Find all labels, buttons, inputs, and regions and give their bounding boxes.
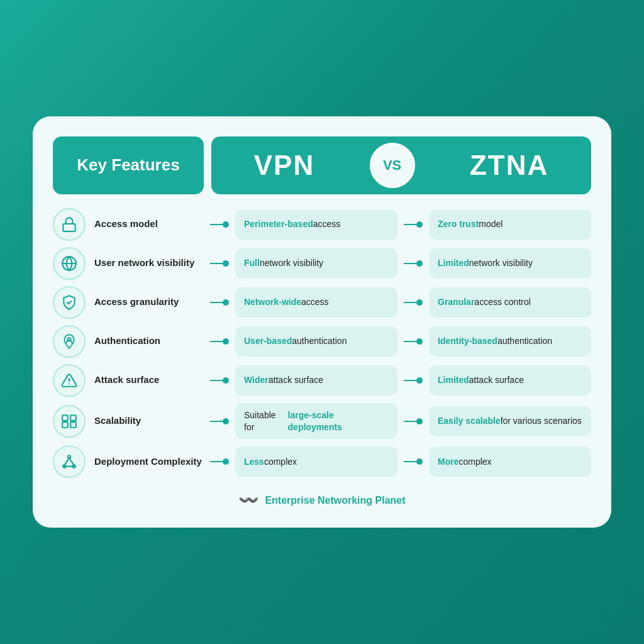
key-features-label: Key Features <box>77 155 179 175</box>
row-deployment-complexity: Deployment Complexity Less complex More … <box>53 445 591 478</box>
row-authentication: Authentication User-based authentication… <box>53 325 591 358</box>
dot-vpn-scalability <box>223 418 229 425</box>
vpn-value-attack-surface: Wider attack surface <box>235 365 397 396</box>
brand-name: Enterprise Networking Planet <box>265 495 405 506</box>
feature-cell-user-network-visibility: User network visibility <box>53 247 204 280</box>
svg-rect-6 <box>62 415 68 421</box>
dot-ztna-attack-surface <box>416 377 423 384</box>
dot-ztna-access-model <box>416 221 423 228</box>
svg-rect-8 <box>62 422 68 428</box>
vs-area: VPN VS ZTNA <box>211 136 591 194</box>
vpn-value-deployment-complexity: Less complex <box>235 447 397 477</box>
dot-vpn-attack-surface <box>223 377 229 384</box>
feature-label-attack-surface: Attack surface <box>94 374 159 386</box>
ztna-value-authentication: Identity-based authentication <box>429 326 591 357</box>
ztna-value-access-model: Zero trust model <box>429 209 591 240</box>
feature-label-access-granularity: Access granularity <box>94 296 179 308</box>
key-features-header: Key Features <box>53 136 204 194</box>
feature-label-access-model: Access model <box>94 218 158 230</box>
dot-vpn-access-model <box>223 221 229 228</box>
ztna-value-deployment-complexity: More complex <box>429 447 591 477</box>
row-access-granularity: Access granularity Network-wide access G… <box>53 286 591 319</box>
feature-cell-authentication: Authentication <box>53 325 204 358</box>
ztna-value-user-network-visibility: Limited network visibility <box>429 248 591 279</box>
header-row: Key Features VPN VS ZTNA <box>53 136 591 194</box>
dot-ztna-access-granularity <box>416 299 423 306</box>
authentication-icon <box>53 325 86 358</box>
svg-line-13 <box>64 458 69 465</box>
ztna-value-attack-surface: Limited attack surface <box>429 365 591 396</box>
svg-line-14 <box>69 458 74 465</box>
ztna-label: ZTNA <box>470 150 548 181</box>
feature-label-deployment-complexity: Deployment Complexity <box>94 456 202 468</box>
scalability-icon <box>53 405 86 438</box>
vpn-value-scalability: Suitable for large-scale deployments <box>235 403 397 440</box>
user-network-visibility-icon <box>53 247 86 280</box>
vs-label: VS <box>383 157 401 174</box>
content-rows: Access model Perimeter-based access Zero… <box>53 208 591 479</box>
vpn-label: VPN <box>254 150 314 181</box>
feature-cell-scalability: Scalability <box>53 405 204 438</box>
row-access-model: Access model Perimeter-based access Zero… <box>53 208 591 241</box>
svg-rect-9 <box>70 422 76 428</box>
row-attack-surface: Attack surface Wider attack surface Limi… <box>53 364 591 397</box>
ztna-value-scalability: Easily scalable for various scenarios <box>429 406 591 436</box>
vpn-value-access-model: Perimeter-based access <box>235 209 397 240</box>
feature-cell-deployment-complexity: Deployment Complexity <box>53 445 204 478</box>
dot-vpn-user-network-visibility <box>223 260 229 267</box>
dot-vpn-deployment-complexity <box>223 458 229 465</box>
row-scalability: Scalability Suitable for large-scale dep… <box>53 403 591 440</box>
vs-circle: VS <box>370 143 415 188</box>
attack-surface-icon <box>53 364 86 397</box>
dot-ztna-authentication <box>416 338 423 345</box>
feature-label-user-network-visibility: User network visibility <box>94 257 194 269</box>
deployment-complexity-icon <box>53 445 86 478</box>
feature-label-scalability: Scalability <box>94 415 141 427</box>
svg-rect-7 <box>70 415 76 421</box>
dot-vpn-authentication <box>223 338 229 345</box>
access-model-icon <box>53 208 86 241</box>
main-card: Key Features VPN VS ZTNA Access model Pe… <box>33 116 611 528</box>
vpn-value-access-granularity: Network-wide access <box>235 287 397 318</box>
feature-cell-access-granularity: Access granularity <box>53 286 204 319</box>
dot-ztna-scalability <box>416 418 423 425</box>
dot-ztna-user-network-visibility <box>416 260 423 267</box>
row-user-network-visibility: User network visibility Full network vis… <box>53 247 591 280</box>
feature-cell-attack-surface: Attack surface <box>53 364 204 397</box>
dot-vpn-access-granularity <box>223 299 229 306</box>
access-granularity-icon <box>53 286 86 319</box>
feature-label-authentication: Authentication <box>94 335 160 347</box>
dot-ztna-deployment-complexity <box>416 458 423 465</box>
svg-rect-0 <box>63 224 75 231</box>
footer-logo: 〰️ <box>238 491 258 510</box>
footer: 〰️ Enterprise Networking Planet <box>53 491 591 510</box>
feature-cell-access-model: Access model <box>53 208 204 241</box>
vpn-value-user-network-visibility: Full network visibility <box>235 248 397 279</box>
ztna-value-access-granularity: Granular access control <box>429 287 591 318</box>
vpn-value-authentication: User-based authentication <box>235 326 397 357</box>
